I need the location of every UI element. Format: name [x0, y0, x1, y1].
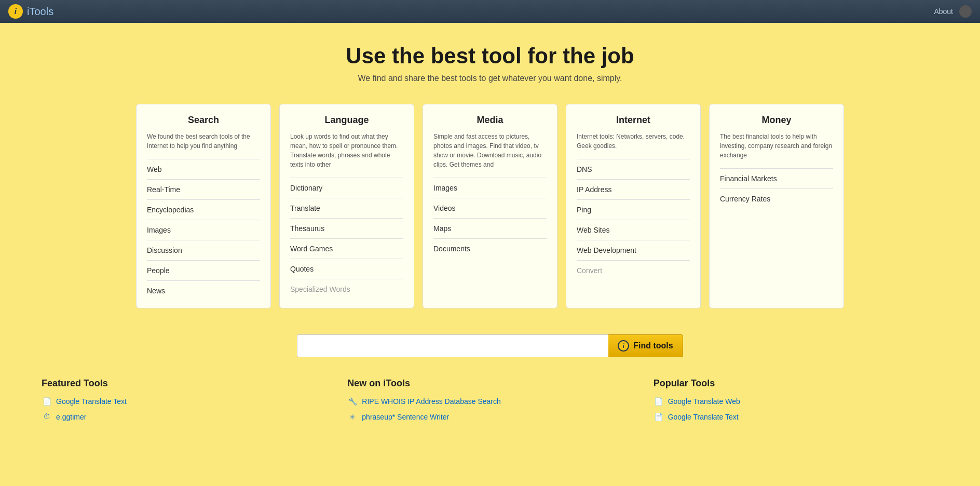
find-tools-label: Find tools	[633, 341, 673, 350]
category-title-search: Search	[147, 115, 260, 126]
list-item[interactable]: 📄Google Translate Text	[42, 396, 326, 407]
tool-icon: 📄	[654, 412, 664, 422]
category-link-language-3[interactable]: Word Games	[290, 242, 403, 255]
category-card-media: MediaSimple and fast access to pictures,…	[423, 104, 557, 308]
category-link-search-1[interactable]: Real-Time	[147, 183, 260, 196]
category-link-search-5[interactable]: People	[147, 264, 260, 277]
category-link-money-1[interactable]: Currency Rates	[720, 192, 833, 206]
category-link-language-2[interactable]: Thesaurus	[290, 222, 403, 235]
category-link-internet-0[interactable]: DNS	[577, 163, 690, 176]
navbar-title: iTools	[27, 6, 53, 18]
category-desc-language: Look up words to find out what they mean…	[290, 132, 403, 169]
hero-title: Use the best tool for the job	[10, 44, 970, 69]
tool-link[interactable]: Google Translate Web	[668, 397, 740, 406]
category-desc-money: The best financial tools to help with in…	[720, 132, 833, 160]
popular-tools-list: 📄Google Translate Web📄Google Translate T…	[654, 396, 938, 422]
category-link-media-3[interactable]: Documents	[433, 242, 547, 255]
category-link-search-0[interactable]: Web	[147, 163, 260, 176]
category-link-media-2[interactable]: Maps	[433, 222, 547, 235]
category-link-internet-3[interactable]: Web Sites	[577, 223, 690, 237]
tool-link[interactable]: Google Translate Text	[56, 397, 127, 406]
tool-icon: ✳	[347, 412, 358, 422]
category-desc-media: Simple and fast access to pictures, phot…	[433, 132, 547, 169]
new-tools-list: 🔧RIPE WHOIS IP Address Database Search✳p…	[347, 396, 632, 422]
category-link-money-0[interactable]: Financial Markets	[720, 172, 833, 185]
category-link-language-0[interactable]: Dictionary	[290, 181, 403, 195]
tool-icon: 🔧	[347, 396, 358, 407]
tool-icon: ⏱	[42, 412, 52, 422]
categories-container: SearchWe found the best search tools of …	[0, 93, 980, 319]
tool-link[interactable]: Google Translate Text	[668, 413, 739, 421]
list-item[interactable]: 🔧RIPE WHOIS IP Address Database Search	[347, 396, 632, 407]
category-card-money: MoneyThe best financial tools to help wi…	[709, 104, 844, 308]
category-title-internet: Internet	[577, 115, 690, 126]
category-link-language-1[interactable]: Translate	[290, 201, 403, 215]
category-link-language-4[interactable]: Quotes	[290, 262, 403, 276]
find-tools-button[interactable]: i Find tools	[608, 334, 683, 357]
tool-link[interactable]: e.ggtimer	[56, 413, 86, 421]
featured-tools-section: Featured Tools 📄Google Translate Text⏱e.…	[42, 378, 326, 427]
category-link-search-4[interactable]: Discussion	[147, 244, 260, 257]
navbar-brand[interactable]: i iTools	[8, 4, 53, 19]
tool-icon: 📄	[654, 396, 664, 407]
list-item[interactable]: 📄Google Translate Web	[654, 396, 938, 407]
popular-tools-section: Popular Tools 📄Google Translate Web📄Goog…	[654, 378, 938, 427]
category-link-search-6[interactable]: News	[147, 284, 260, 298]
category-card-language: LanguageLook up words to find out what t…	[279, 104, 414, 308]
list-item[interactable]: 📄Google Translate Text	[654, 412, 938, 422]
category-title-money: Money	[720, 115, 833, 126]
hero-section: Use the best tool for the job We find an…	[0, 23, 980, 93]
tool-link[interactable]: RIPE WHOIS IP Address Database Search	[362, 397, 500, 406]
category-link-internet-1[interactable]: IP Address	[577, 183, 690, 196]
category-title-media: Media	[433, 115, 547, 126]
featured-tools-title: Featured Tools	[42, 378, 326, 389]
tool-icon: 📄	[42, 396, 52, 407]
bottom-sections: Featured Tools 📄Google Translate Text⏱e.…	[0, 368, 980, 448]
search-input[interactable]	[297, 334, 608, 357]
search-section: i Find tools	[0, 319, 980, 368]
category-link-search-3[interactable]: Images	[147, 223, 260, 237]
category-desc-search: We found the best search tools of the In…	[147, 132, 260, 151]
category-link-internet-4[interactable]: Web Development	[577, 244, 690, 257]
category-desc-internet: Internet tools: Networks, servers, code.…	[577, 132, 690, 151]
list-item[interactable]: ⏱e.ggtimer	[42, 412, 326, 422]
popular-tools-title: Popular Tools	[654, 378, 938, 389]
about-link[interactable]: About	[934, 7, 953, 16]
featured-tools-list: 📄Google Translate Text⏱e.ggtimer	[42, 396, 326, 422]
navbar-logo-icon: i	[8, 4, 23, 19]
category-link-search-2[interactable]: Encyclopedias	[147, 203, 260, 217]
new-tools-section: New on iTools 🔧RIPE WHOIS IP Address Dat…	[347, 378, 632, 427]
tool-link[interactable]: phraseup* Sentence Writer	[362, 413, 449, 421]
list-item[interactable]: ✳phraseup* Sentence Writer	[347, 412, 632, 422]
category-link-media-0[interactable]: Images	[433, 181, 547, 195]
find-tools-logo-icon: i	[618, 340, 629, 352]
category-title-language: Language	[290, 115, 403, 126]
category-link-internet-5[interactable]: Convert	[577, 264, 690, 277]
category-link-media-1[interactable]: Videos	[433, 201, 547, 215]
new-tools-title: New on iTools	[347, 378, 632, 389]
category-card-internet: InternetInternet tools: Networks, server…	[566, 104, 701, 308]
category-link-internet-2[interactable]: Ping	[577, 203, 690, 217]
hero-subtitle: We find and share the best tools to get …	[10, 74, 970, 83]
category-card-search: SearchWe found the best search tools of …	[136, 104, 271, 308]
nav-icon	[959, 5, 972, 18]
navbar-right: About	[934, 5, 972, 18]
navbar: i iTools About	[0, 0, 980, 23]
category-link-language-5[interactable]: Specialized Words	[290, 282, 403, 296]
